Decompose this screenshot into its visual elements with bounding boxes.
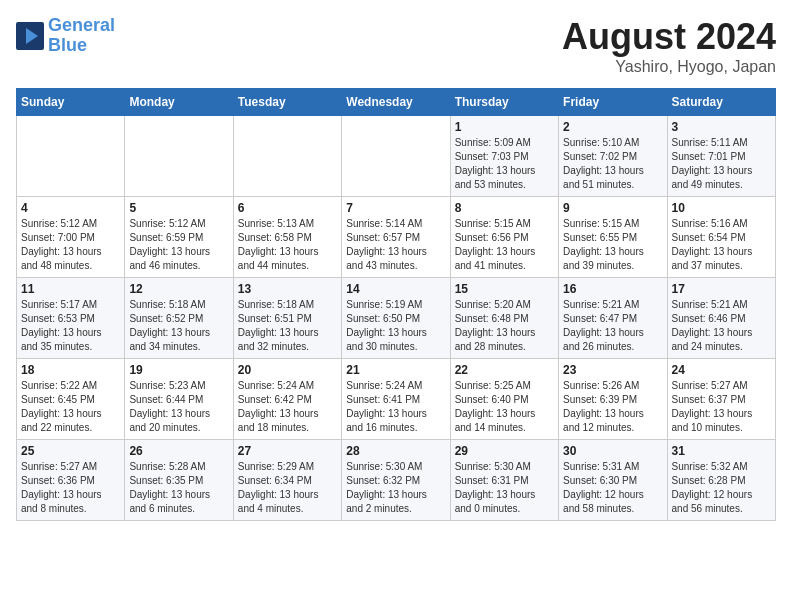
day-info: Sunrise: 5:24 AMSunset: 6:41 PMDaylight:… <box>346 379 445 435</box>
day-number: 30 <box>563 444 662 458</box>
calendar-cell: 8Sunrise: 5:15 AMSunset: 6:56 PMDaylight… <box>450 197 558 278</box>
day-info: Sunrise: 5:11 AMSunset: 7:01 PMDaylight:… <box>672 136 771 192</box>
day-info: Sunrise: 5:27 AMSunset: 6:36 PMDaylight:… <box>21 460 120 516</box>
day-number: 29 <box>455 444 554 458</box>
calendar-table: SundayMondayTuesdayWednesdayThursdayFrid… <box>16 88 776 521</box>
calendar-cell: 29Sunrise: 5:30 AMSunset: 6:31 PMDayligh… <box>450 440 558 521</box>
calendar-week-row: 1Sunrise: 5:09 AMSunset: 7:03 PMDaylight… <box>17 116 776 197</box>
day-info: Sunrise: 5:19 AMSunset: 6:50 PMDaylight:… <box>346 298 445 354</box>
day-number: 14 <box>346 282 445 296</box>
weekday-header-friday: Friday <box>559 89 667 116</box>
calendar-cell <box>233 116 341 197</box>
day-info: Sunrise: 5:26 AMSunset: 6:39 PMDaylight:… <box>563 379 662 435</box>
weekday-header-sunday: Sunday <box>17 89 125 116</box>
calendar-week-row: 11Sunrise: 5:17 AMSunset: 6:53 PMDayligh… <box>17 278 776 359</box>
logo-icon <box>16 22 44 50</box>
calendar-cell: 23Sunrise: 5:26 AMSunset: 6:39 PMDayligh… <box>559 359 667 440</box>
calendar-cell: 28Sunrise: 5:30 AMSunset: 6:32 PMDayligh… <box>342 440 450 521</box>
calendar-cell: 18Sunrise: 5:22 AMSunset: 6:45 PMDayligh… <box>17 359 125 440</box>
day-number: 16 <box>563 282 662 296</box>
logo-line1: General <box>48 15 115 35</box>
day-info: Sunrise: 5:12 AMSunset: 7:00 PMDaylight:… <box>21 217 120 273</box>
day-number: 9 <box>563 201 662 215</box>
day-info: Sunrise: 5:17 AMSunset: 6:53 PMDaylight:… <box>21 298 120 354</box>
calendar-cell: 4Sunrise: 5:12 AMSunset: 7:00 PMDaylight… <box>17 197 125 278</box>
weekday-header-wednesday: Wednesday <box>342 89 450 116</box>
calendar-cell: 26Sunrise: 5:28 AMSunset: 6:35 PMDayligh… <box>125 440 233 521</box>
calendar-cell: 14Sunrise: 5:19 AMSunset: 6:50 PMDayligh… <box>342 278 450 359</box>
calendar-cell: 12Sunrise: 5:18 AMSunset: 6:52 PMDayligh… <box>125 278 233 359</box>
day-info: Sunrise: 5:15 AMSunset: 6:56 PMDaylight:… <box>455 217 554 273</box>
day-number: 8 <box>455 201 554 215</box>
day-info: Sunrise: 5:30 AMSunset: 6:31 PMDaylight:… <box>455 460 554 516</box>
day-info: Sunrise: 5:13 AMSunset: 6:58 PMDaylight:… <box>238 217 337 273</box>
calendar-cell: 11Sunrise: 5:17 AMSunset: 6:53 PMDayligh… <box>17 278 125 359</box>
day-number: 12 <box>129 282 228 296</box>
calendar-week-row: 25Sunrise: 5:27 AMSunset: 6:36 PMDayligh… <box>17 440 776 521</box>
day-number: 20 <box>238 363 337 377</box>
calendar-cell: 5Sunrise: 5:12 AMSunset: 6:59 PMDaylight… <box>125 197 233 278</box>
weekday-header-thursday: Thursday <box>450 89 558 116</box>
weekday-header-monday: Monday <box>125 89 233 116</box>
day-info: Sunrise: 5:14 AMSunset: 6:57 PMDaylight:… <box>346 217 445 273</box>
day-number: 13 <box>238 282 337 296</box>
day-number: 3 <box>672 120 771 134</box>
calendar-cell: 31Sunrise: 5:32 AMSunset: 6:28 PMDayligh… <box>667 440 775 521</box>
calendar-cell <box>342 116 450 197</box>
day-info: Sunrise: 5:27 AMSunset: 6:37 PMDaylight:… <box>672 379 771 435</box>
day-info: Sunrise: 5:09 AMSunset: 7:03 PMDaylight:… <box>455 136 554 192</box>
calendar-cell: 21Sunrise: 5:24 AMSunset: 6:41 PMDayligh… <box>342 359 450 440</box>
calendar-week-row: 18Sunrise: 5:22 AMSunset: 6:45 PMDayligh… <box>17 359 776 440</box>
day-number: 27 <box>238 444 337 458</box>
weekday-header-saturday: Saturday <box>667 89 775 116</box>
day-info: Sunrise: 5:22 AMSunset: 6:45 PMDaylight:… <box>21 379 120 435</box>
day-info: Sunrise: 5:28 AMSunset: 6:35 PMDaylight:… <box>129 460 228 516</box>
day-info: Sunrise: 5:15 AMSunset: 6:55 PMDaylight:… <box>563 217 662 273</box>
page-header: General Blue August 2024 Yashiro, Hyogo,… <box>16 16 776 76</box>
calendar-cell: 22Sunrise: 5:25 AMSunset: 6:40 PMDayligh… <box>450 359 558 440</box>
calendar-cell: 20Sunrise: 5:24 AMSunset: 6:42 PMDayligh… <box>233 359 341 440</box>
day-info: Sunrise: 5:18 AMSunset: 6:52 PMDaylight:… <box>129 298 228 354</box>
day-number: 19 <box>129 363 228 377</box>
day-info: Sunrise: 5:18 AMSunset: 6:51 PMDaylight:… <box>238 298 337 354</box>
day-number: 11 <box>21 282 120 296</box>
day-info: Sunrise: 5:21 AMSunset: 6:46 PMDaylight:… <box>672 298 771 354</box>
logo-text: General Blue <box>48 16 115 56</box>
calendar-cell: 13Sunrise: 5:18 AMSunset: 6:51 PMDayligh… <box>233 278 341 359</box>
weekday-header-row: SundayMondayTuesdayWednesdayThursdayFrid… <box>17 89 776 116</box>
calendar-cell: 25Sunrise: 5:27 AMSunset: 6:36 PMDayligh… <box>17 440 125 521</box>
calendar-cell: 10Sunrise: 5:16 AMSunset: 6:54 PMDayligh… <box>667 197 775 278</box>
day-number: 18 <box>21 363 120 377</box>
calendar-cell: 16Sunrise: 5:21 AMSunset: 6:47 PMDayligh… <box>559 278 667 359</box>
day-info: Sunrise: 5:25 AMSunset: 6:40 PMDaylight:… <box>455 379 554 435</box>
calendar-cell: 30Sunrise: 5:31 AMSunset: 6:30 PMDayligh… <box>559 440 667 521</box>
day-info: Sunrise: 5:16 AMSunset: 6:54 PMDaylight:… <box>672 217 771 273</box>
day-info: Sunrise: 5:10 AMSunset: 7:02 PMDaylight:… <box>563 136 662 192</box>
calendar-cell: 27Sunrise: 5:29 AMSunset: 6:34 PMDayligh… <box>233 440 341 521</box>
calendar-cell <box>17 116 125 197</box>
calendar-cell: 17Sunrise: 5:21 AMSunset: 6:46 PMDayligh… <box>667 278 775 359</box>
day-info: Sunrise: 5:31 AMSunset: 6:30 PMDaylight:… <box>563 460 662 516</box>
day-number: 5 <box>129 201 228 215</box>
day-number: 22 <box>455 363 554 377</box>
calendar-week-row: 4Sunrise: 5:12 AMSunset: 7:00 PMDaylight… <box>17 197 776 278</box>
day-number: 17 <box>672 282 771 296</box>
day-number: 25 <box>21 444 120 458</box>
location: Yashiro, Hyogo, Japan <box>562 58 776 76</box>
calendar-cell: 15Sunrise: 5:20 AMSunset: 6:48 PMDayligh… <box>450 278 558 359</box>
day-info: Sunrise: 5:32 AMSunset: 6:28 PMDaylight:… <box>672 460 771 516</box>
day-number: 6 <box>238 201 337 215</box>
day-number: 7 <box>346 201 445 215</box>
calendar-cell: 1Sunrise: 5:09 AMSunset: 7:03 PMDaylight… <box>450 116 558 197</box>
day-info: Sunrise: 5:21 AMSunset: 6:47 PMDaylight:… <box>563 298 662 354</box>
day-number: 2 <box>563 120 662 134</box>
logo: General Blue <box>16 16 115 56</box>
day-number: 24 <box>672 363 771 377</box>
day-info: Sunrise: 5:24 AMSunset: 6:42 PMDaylight:… <box>238 379 337 435</box>
day-number: 31 <box>672 444 771 458</box>
calendar-cell: 9Sunrise: 5:15 AMSunset: 6:55 PMDaylight… <box>559 197 667 278</box>
logo-line2: Blue <box>48 35 87 55</box>
day-number: 4 <box>21 201 120 215</box>
calendar-cell: 3Sunrise: 5:11 AMSunset: 7:01 PMDaylight… <box>667 116 775 197</box>
calendar-cell: 6Sunrise: 5:13 AMSunset: 6:58 PMDaylight… <box>233 197 341 278</box>
